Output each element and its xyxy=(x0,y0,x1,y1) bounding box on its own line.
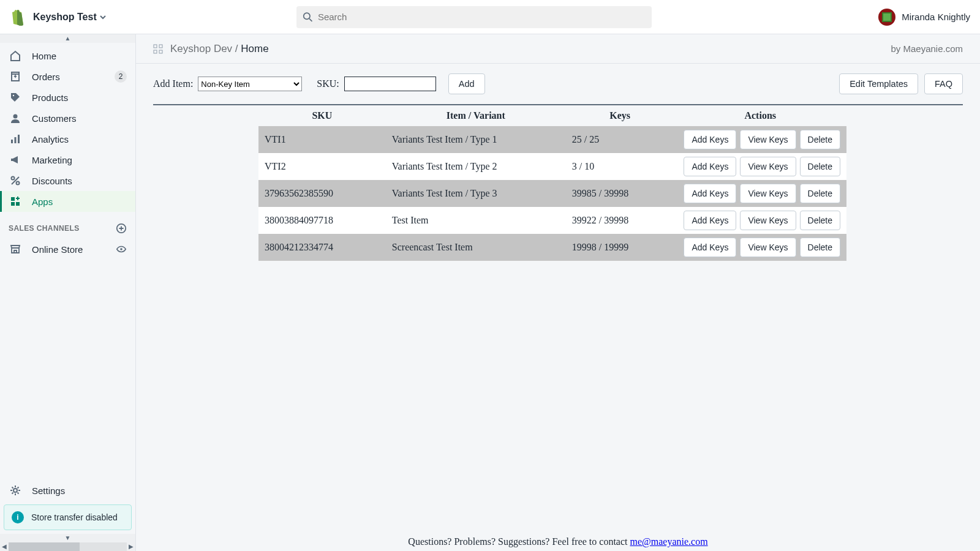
orders-badge: 2 xyxy=(115,70,127,83)
sidebar-item-orders[interactable]: Orders 2 xyxy=(0,66,135,87)
products-icon xyxy=(9,91,22,104)
svg-point-1 xyxy=(13,95,14,96)
view-keys-button[interactable]: View Keys xyxy=(740,130,796,149)
item-type-select[interactable]: Non-Key Item xyxy=(198,77,302,91)
delete-button[interactable]: Delete xyxy=(800,130,840,149)
search-box[interactable] xyxy=(296,6,652,28)
svg-point-0 xyxy=(303,13,309,19)
sidebar-item-products[interactable]: Products xyxy=(0,87,135,108)
scroll-up-button[interactable]: ▲ xyxy=(0,34,135,43)
add-keys-button[interactable]: Add Keys xyxy=(684,238,736,257)
footer-text: Questions? Problems? Suggestions? Feel f… xyxy=(408,536,630,547)
sidebar-item-analytics[interactable]: Analytics xyxy=(0,129,135,149)
sidebar-item-label: Marketing xyxy=(32,155,72,165)
store-switcher[interactable]: Keyshop Test xyxy=(33,12,107,23)
app-icon xyxy=(153,44,163,54)
sidebar-item-label: Customers xyxy=(32,113,77,124)
sidebar-item-label: Orders xyxy=(32,72,60,82)
table-header-row: SKU Item / Variant Keys Actions xyxy=(258,105,846,126)
search-icon xyxy=(303,12,313,23)
user-name-label: Miranda Knightly xyxy=(902,12,970,22)
breadcrumb-bar: Keyshop Dev / Home by Maeyanie.com xyxy=(136,34,980,64)
view-keys-button[interactable]: View Keys xyxy=(740,211,796,230)
scrollbar-thumb[interactable] xyxy=(9,542,80,551)
add-item-label: Add Item: xyxy=(153,78,193,89)
home-icon xyxy=(9,49,22,62)
user-menu[interactable]: Miranda Knightly xyxy=(878,9,970,26)
cell-sku: VTI1 xyxy=(258,126,386,153)
table-row: VTI1Variants Test Item / Type 125 / 25Ad… xyxy=(258,126,846,153)
table-row: 38004212334774Screencast Test Item19998 … xyxy=(258,234,846,261)
sidebar-item-label: Home xyxy=(32,51,56,61)
search-input[interactable] xyxy=(318,12,646,22)
delete-button[interactable]: Delete xyxy=(800,211,840,230)
toolbar: Add Item: Non-Key Item SKU: Add Edit Tem… xyxy=(136,64,980,104)
cell-actions: Add KeysView KeysDelete xyxy=(674,234,846,261)
add-button[interactable]: Add xyxy=(448,73,485,94)
view-keys-button[interactable]: View Keys xyxy=(740,157,796,176)
svg-point-12 xyxy=(120,248,123,250)
sidebar-item-customers[interactable]: Customers xyxy=(0,108,135,129)
footer: Questions? Problems? Suggestions? Feel f… xyxy=(136,536,980,547)
scroll-right-button[interactable]: ▶ xyxy=(127,542,135,551)
byline: by Maeyanie.com xyxy=(891,43,963,54)
view-keys-button[interactable]: View Keys xyxy=(740,238,796,257)
gear-icon xyxy=(9,484,22,497)
sidebar-item-online-store[interactable]: Online Store xyxy=(0,239,135,260)
marketing-icon xyxy=(9,153,22,167)
svg-point-7 xyxy=(17,182,20,185)
col-item: Item / Variant xyxy=(386,105,566,126)
chevron-down-icon xyxy=(99,13,107,21)
col-actions: Actions xyxy=(674,105,846,126)
cell-sku: 38003884097718 xyxy=(258,207,386,234)
delete-button[interactable]: Delete xyxy=(800,238,840,257)
analytics-icon xyxy=(9,132,22,146)
table-row: 38003884097718Test Item39922 / 39998Add … xyxy=(258,207,846,234)
sidebar-item-discounts[interactable]: Discounts xyxy=(0,170,135,191)
svg-rect-16 xyxy=(154,50,157,53)
add-channel-button[interactable] xyxy=(116,223,127,234)
sku-label: SKU: xyxy=(317,78,339,89)
sku-input[interactable] xyxy=(344,77,436,91)
footer-email-link[interactable]: me@maeyanie.com xyxy=(630,536,708,547)
search-container xyxy=(296,6,652,28)
breadcrumb: Keyshop Dev / Home xyxy=(170,43,269,55)
svg-rect-4 xyxy=(15,137,17,143)
toolbar-actions: Edit Templates FAQ xyxy=(839,73,963,94)
delete-button[interactable]: Delete xyxy=(800,184,840,203)
info-icon: i xyxy=(12,511,24,523)
svg-rect-10 xyxy=(11,202,15,206)
sidebar-item-label: Settings xyxy=(32,485,65,496)
add-keys-button[interactable]: Add Keys xyxy=(684,211,736,230)
add-keys-button[interactable]: Add Keys xyxy=(684,184,736,203)
add-keys-button[interactable]: Add Keys xyxy=(684,130,736,149)
scroll-down-button[interactable]: ▼ xyxy=(0,534,135,542)
cell-item: Variants Test Item / Type 1 xyxy=(386,126,566,153)
sidebar-item-apps[interactable]: Apps xyxy=(0,191,135,212)
sidebar: ▲ Home Orders 2 Products Customers xyxy=(0,34,136,551)
sidebar-item-settings[interactable]: Settings xyxy=(0,480,135,501)
delete-button[interactable]: Delete xyxy=(800,157,840,176)
cell-keys: 39922 / 39998 xyxy=(566,207,674,234)
sidebar-item-marketing[interactable]: Marketing xyxy=(0,149,135,170)
faq-button[interactable]: FAQ xyxy=(924,73,963,94)
sidebar-item-home[interactable]: Home xyxy=(0,45,135,66)
table-row: VTI2Variants Test Item / Type 23 / 10Add… xyxy=(258,153,846,180)
cell-sku: 37963562385590 xyxy=(258,180,386,207)
view-store-button[interactable] xyxy=(116,244,127,255)
breadcrumb-app[interactable]: Keyshop Dev xyxy=(170,43,232,54)
shopify-logo-icon xyxy=(10,9,24,26)
apps-icon xyxy=(9,195,22,208)
cell-item: Test Item xyxy=(386,207,566,234)
cell-actions: Add KeysView KeysDelete xyxy=(674,180,846,207)
horizontal-scrollbar[interactable]: ◀ ▶ xyxy=(0,542,135,551)
view-keys-button[interactable]: View Keys xyxy=(740,184,796,203)
cell-sku: 38004212334774 xyxy=(258,234,386,261)
add-keys-button[interactable]: Add Keys xyxy=(684,157,736,176)
sidebar-item-label: Analytics xyxy=(32,134,69,144)
cell-sku: VTI2 xyxy=(258,153,386,180)
scroll-left-button[interactable]: ◀ xyxy=(0,542,9,551)
scrollbar-track[interactable] xyxy=(9,542,127,551)
edit-templates-button[interactable]: Edit Templates xyxy=(839,73,918,94)
svg-rect-3 xyxy=(11,140,13,143)
